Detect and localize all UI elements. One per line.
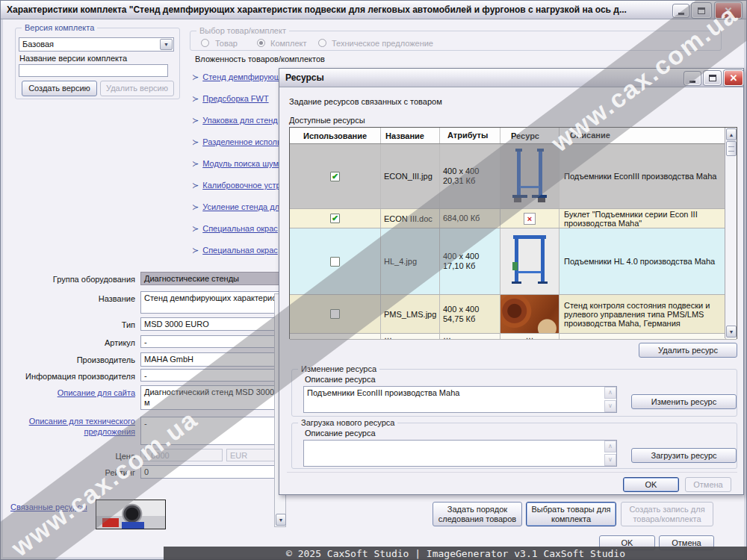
column-header[interactable]: Ресурс: [500, 128, 560, 143]
column-header[interactable]: Атрибуты: [440, 128, 500, 143]
site-description-field[interactable]: Диагностический стенд MSD 3000 м измерен…: [140, 385, 285, 410]
scrollbar-thumb[interactable]: [726, 141, 737, 156]
list-item[interactable]: ≻Модуль поиска шумо: [192, 159, 280, 181]
create-record-button[interactable]: Создать запись для товара/комплекта: [621, 502, 713, 526]
related-resource-thumbnail: [96, 500, 166, 529]
nesting-link: Модуль поиска шумо: [202, 159, 280, 168]
maximize-button[interactable]: [692, 3, 711, 18]
dialog-cancel-button[interactable]: Отмена: [685, 477, 731, 492]
manufacturer-field[interactable]: MAHA GmbH: [140, 352, 285, 367]
column-header[interactable]: Описание: [560, 128, 726, 143]
radio-product-label: Товар: [215, 39, 238, 48]
minimize-button[interactable]: [673, 4, 689, 17]
dialog-subtitle: Задание ресурсов связанных с товаром: [289, 97, 442, 106]
combo-dropdown-button[interactable]: ▼: [160, 39, 173, 50]
nesting-link: Разделенное исполь: [202, 137, 280, 146]
radio-tech-label: Техническое предложение: [332, 39, 433, 48]
list-item[interactable]: ≻Калибровочное устр: [192, 181, 280, 202]
name-field[interactable]: Стенд демпфирующих характерист: [140, 291, 285, 314]
table-row[interactable]: PMS_LMS.jpg 400 x 400 54,75 Кб Стенд кон…: [290, 295, 737, 334]
select-group-title: Выбор товар/комплект: [196, 26, 289, 35]
edit-resource-button[interactable]: Изменить ресурс: [631, 394, 737, 409]
spin-down-icon[interactable]: ∨: [604, 400, 616, 412]
nesting-link: Специальная окрас: [202, 224, 278, 233]
main-window-title: Характеристики комплекта "Стенд демпфиру…: [7, 4, 627, 15]
rating-field[interactable]: 0: [140, 465, 285, 479]
article-field[interactable]: -: [140, 335, 285, 348]
delete-version-button[interactable]: Удалить версию: [100, 81, 174, 96]
related-resources-link[interactable]: Связанные ресурсы: [10, 503, 87, 511]
dialog-close-button[interactable]: ✕: [724, 70, 743, 86]
list-item[interactable]: ≻Усиление стенда дл: [192, 202, 280, 224]
manufacturer-info-label: Информация производителя: [7, 371, 135, 382]
upload-resource-button[interactable]: Загрузить ресурс: [631, 448, 737, 463]
column-header[interactable]: Название: [381, 128, 440, 143]
radio-product[interactable]: [201, 39, 209, 47]
table-row[interactable]: HL_4.jpg 400 x 400 17,10 Кб Подъемники H…: [290, 228, 737, 295]
manufacturer-info-field[interactable]: -: [140, 369, 285, 382]
table-row[interactable]: ✔ ECON_III.jpg 400 x 400 20,31 Кб Подъем…: [290, 144, 737, 209]
table-row-partial: … … …: [290, 334, 737, 340]
scroll-down-icon[interactable]: ▼: [276, 514, 286, 526]
list-item[interactable]: ≻Предсборка FWT: [192, 94, 280, 116]
list-item[interactable]: ≻Стенд демпфирующ: [192, 72, 280, 94]
table-row[interactable]: ✔ ECON III.doc 684,00 Кб × Буклет "Подъе…: [290, 209, 737, 228]
radio-kit[interactable]: [257, 39, 265, 47]
maximize-icon: [698, 7, 705, 14]
usage-checkbox[interactable]: [330, 257, 340, 267]
list-item[interactable]: ≻Специальная окрас: [192, 224, 280, 246]
main-titlebar: Характеристики комплекта "Стенд демпфиру…: [1, 1, 746, 19]
list-item[interactable]: ≻Разделенное исполь: [192, 137, 280, 159]
upload-desc-spinner[interactable]: ∧ ∨: [604, 441, 616, 466]
edit-desc-spinner[interactable]: ∧ ∨: [604, 387, 616, 412]
tech-description-field[interactable]: -: [140, 417, 285, 445]
usage-checkbox[interactable]: ✔: [330, 172, 340, 181]
name-label: Название: [7, 293, 135, 304]
site-description-link[interactable]: Описание для сайта: [7, 388, 135, 398]
create-version-button[interactable]: Создать версию: [22, 81, 97, 96]
close-icon: ✕: [730, 72, 738, 84]
link-arrow-icon: ≻: [192, 94, 199, 103]
tech-description-link[interactable]: Описание для технического предложения: [7, 416, 135, 437]
type-field[interactable]: MSD 3000 EURO: [140, 317, 285, 331]
maximize-icon: [709, 75, 716, 81]
usage-checkbox[interactable]: ✔: [330, 214, 340, 223]
close-button[interactable]: ✕: [715, 2, 742, 19]
scroll-down-icon[interactable]: ▼: [726, 326, 737, 337]
nesting-links-list: ≻Стенд демпфирующ ≻Предсборка FWT ≻Упако…: [192, 72, 280, 256]
scroll-up-icon[interactable]: ▲: [726, 128, 737, 140]
version-combobox-value: Базовая: [22, 40, 54, 49]
equipment-group-field[interactable]: Диагностические стенды: [140, 272, 285, 285]
delete-resource-button[interactable]: Удалить ресурс: [639, 343, 737, 358]
list-item[interactable]: ≻Упаковка для стенд: [192, 116, 280, 137]
version-combobox[interactable]: Базовая ▼: [19, 37, 174, 52]
usage-checkbox[interactable]: [330, 309, 340, 319]
dialog-minimize-button[interactable]: [684, 72, 701, 85]
select-products-button[interactable]: Выбрать товары для комплекта: [526, 502, 616, 526]
table-scrollbar[interactable]: ▲ ▼: [725, 128, 737, 338]
dialog-separator: [287, 472, 737, 473]
main-window: Характеристики комплекта "Стенд демпфиру…: [0, 0, 747, 560]
set-order-button[interactable]: Задать порядок следования товаров: [433, 502, 522, 526]
spin-up-icon[interactable]: ∧: [604, 387, 616, 399]
dialog-maximize-button[interactable]: [704, 71, 721, 85]
dialog-title: Ресурсы: [285, 72, 324, 83]
edit-desc-field[interactable]: Подъемники EconIII производства Maha: [303, 386, 617, 413]
spin-down-icon[interactable]: ∨: [604, 454, 616, 466]
radio-tech[interactable]: [318, 39, 326, 47]
table-header-row: Использование Название Атрибуты Ресурс О…: [290, 128, 737, 144]
version-group-title: Версия комплекта: [22, 23, 97, 32]
dialog-ok-button[interactable]: OK: [623, 477, 679, 492]
nesting-label: Вложенность товаров/комплектов: [195, 55, 325, 63]
equipment-group-label: Группа оборудования: [7, 274, 135, 284]
spin-up-icon[interactable]: ∧: [604, 441, 616, 452]
list-item[interactable]: ≻Специальная окрас: [192, 246, 280, 256]
version-name-input[interactable]: [19, 64, 168, 77]
resource-attrs: 400 x 400 54,75 Кб: [440, 295, 500, 333]
link-arrow-icon: ≻: [192, 246, 199, 255]
upload-desc-field[interactable]: [303, 440, 617, 467]
link-arrow-icon: ≻: [192, 116, 199, 125]
edit-desc-label: Описание ресурса: [305, 375, 376, 384]
column-header[interactable]: Использование: [290, 128, 381, 143]
broken-image-icon: ×: [500, 209, 560, 228]
